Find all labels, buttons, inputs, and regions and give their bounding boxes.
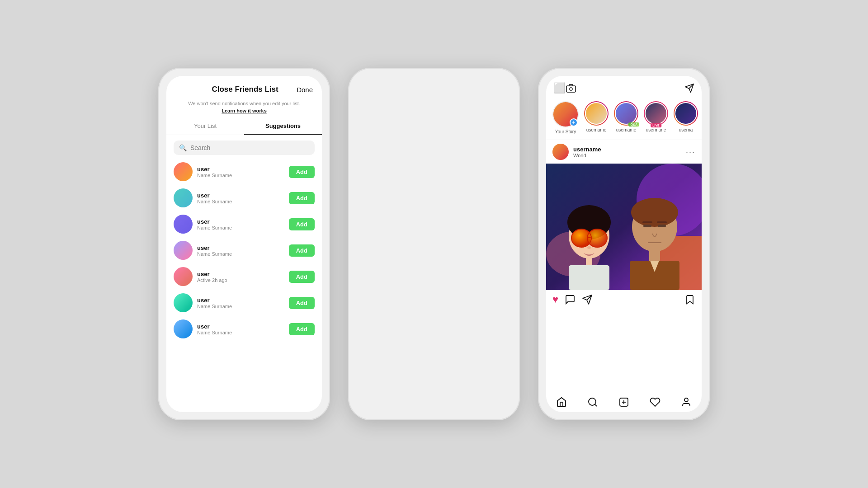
- phone-1: Close Friends List Done We won't send no…: [158, 68, 330, 420]
- svg-rect-38: [658, 225, 666, 227]
- nav-profile-icon[interactable]: [681, 397, 692, 408]
- tab-your-list[interactable]: Your List: [166, 118, 244, 135]
- p3-stories-row: + Your Story username: [546, 98, 702, 140]
- p1-subtext: We won't send notifications when you edi…: [166, 99, 322, 108]
- avatar: [174, 162, 193, 181]
- story-item[interactable]: userna: [674, 101, 698, 134]
- user-subtitle: Name Surname: [197, 225, 284, 230]
- story-ring: [674, 101, 698, 126]
- avatar: [174, 267, 193, 286]
- p1-search-wrap: 🔍: [174, 141, 315, 155]
- p1-done-button[interactable]: Done: [297, 86, 313, 94]
- search-input[interactable]: [190, 144, 269, 151]
- story-ring-qa-wrap: Q&A: [614, 101, 638, 126]
- story-avatar: [645, 102, 667, 125]
- svg-point-32: [587, 246, 591, 249]
- add-button[interactable]: Add: [289, 218, 315, 230]
- user-subtitle: Name Surname: [197, 199, 284, 204]
- svg-line-45: [595, 404, 597, 406]
- svg-point-36: [631, 198, 678, 227]
- camera-icon-svg[interactable]: [566, 83, 576, 94]
- p1-tabs: Your List Suggestions: [166, 118, 322, 135]
- username-label: user: [197, 166, 284, 173]
- p1-learn-link[interactable]: Learn how it works: [166, 108, 322, 118]
- p1-title: Close Friends List: [212, 85, 278, 94]
- add-button[interactable]: Add: [289, 192, 315, 204]
- story-ring: [644, 101, 668, 126]
- list-item: user Active 2h ago Add: [172, 263, 316, 290]
- more-options-button[interactable]: ···: [686, 147, 695, 157]
- username-label: user: [197, 271, 284, 277]
- story-ring: [614, 101, 638, 126]
- phone-2: ✕ ⬇ ☺ ✏ Aa CLOSE FRIENDS ▾ Your Story: [348, 68, 520, 420]
- avatar: [174, 215, 193, 234]
- username-label: user: [197, 192, 284, 199]
- list-item: user Name Surname Add: [172, 290, 316, 316]
- list-item: user Name Surname Add: [172, 211, 316, 237]
- comment-icon[interactable]: [565, 294, 576, 305]
- phone-3: ⬜ +: [538, 68, 710, 420]
- add-button[interactable]: Add: [289, 271, 315, 283]
- like-icon[interactable]: ♥: [552, 294, 558, 305]
- story-item-qa[interactable]: Q&A username: [614, 101, 638, 134]
- svg-point-44: [589, 398, 596, 405]
- direct-message-icon[interactable]: [684, 83, 694, 93]
- p3-bottom-nav: [546, 392, 702, 412]
- svg-rect-42: [649, 251, 660, 262]
- story-item-live[interactable]: LIVE usermane: [644, 101, 668, 134]
- add-button[interactable]: Add: [289, 244, 315, 257]
- post-username[interactable]: username: [573, 146, 681, 153]
- story-ring-live-wrap: LIVE: [644, 101, 668, 126]
- username-label: user: [197, 244, 284, 251]
- svg-rect-19: [566, 86, 576, 92]
- phone-1-screen: Close Friends List Done We won't send no…: [166, 76, 322, 412]
- p3-post-header: username World ···: [546, 140, 702, 164]
- post-image: [546, 164, 702, 290]
- p1-user-list: user Name Surname Add user Name Surname …: [166, 159, 322, 412]
- add-button[interactable]: Add: [289, 297, 315, 309]
- list-item: user Name Surname Add: [172, 316, 316, 342]
- story-item[interactable]: username: [584, 101, 609, 134]
- user-subtitle: Name Surname: [197, 330, 284, 335]
- p3-post-actions: ♥: [546, 290, 702, 309]
- add-button[interactable]: Add: [289, 166, 315, 178]
- username-label: user: [197, 323, 284, 330]
- nav-add-icon[interactable]: [618, 397, 629, 408]
- story-avatar: [615, 102, 637, 125]
- add-button[interactable]: Add: [289, 323, 315, 335]
- nav-search-icon[interactable]: [587, 397, 598, 408]
- nav-home-icon[interactable]: [556, 397, 567, 408]
- story-username-label: usermane: [646, 127, 666, 132]
- story-username-label: username: [616, 127, 636, 132]
- tab-suggestions[interactable]: Suggestions: [244, 118, 322, 135]
- qa-badge: Q&A: [628, 122, 639, 127]
- your-story-label: Your Story: [555, 129, 576, 134]
- search-icon: 🔍: [179, 144, 187, 151]
- story-avatar: [585, 102, 608, 125]
- post-location: World: [573, 153, 681, 158]
- svg-point-49: [684, 398, 688, 402]
- your-story-item[interactable]: + Your Story: [552, 101, 579, 134]
- user-subtitle: Name Surname: [197, 173, 284, 178]
- svg-rect-40: [657, 221, 667, 223]
- story-ring: [584, 101, 609, 126]
- avatar: [174, 188, 193, 207]
- username-label: user: [197, 297, 284, 304]
- p3-topbar: ⬜: [546, 76, 702, 98]
- list-item: user Name Surname Add: [172, 159, 316, 185]
- svg-point-20: [570, 88, 572, 90]
- list-item: user Name Surname Add: [172, 237, 316, 263]
- your-story-avatar: +: [552, 101, 579, 127]
- post-avatar[interactable]: [552, 144, 569, 160]
- story-username-label: username: [586, 127, 606, 132]
- phones-container: Close Friends List Done We won't send no…: [158, 68, 710, 420]
- username-label: user: [197, 218, 284, 225]
- avatar: [174, 319, 193, 338]
- bookmark-icon[interactable]: [684, 294, 695, 305]
- camera-icon[interactable]: ⬜: [553, 82, 566, 94]
- avatar: [174, 241, 193, 260]
- svg-rect-39: [642, 221, 652, 223]
- share-icon[interactable]: [582, 294, 593, 305]
- svg-rect-34: [569, 265, 609, 290]
- nav-heart-icon[interactable]: [650, 397, 660, 408]
